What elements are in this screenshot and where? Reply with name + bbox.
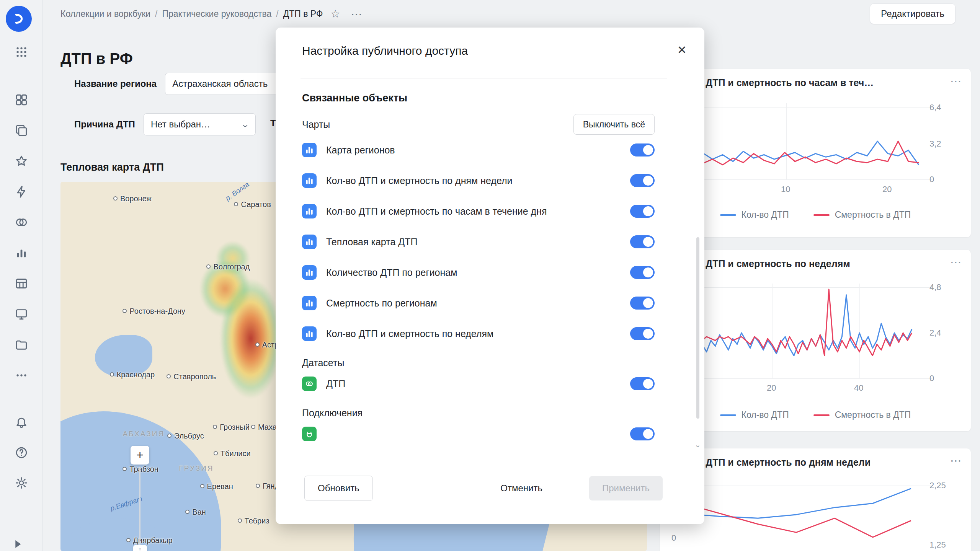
filter-region-label: Название региона <box>74 78 157 89</box>
legend-item[interactable]: Кол-во ДТП <box>720 210 789 220</box>
y-tick: 4,8 <box>929 282 941 292</box>
chart-item-row: Тепловая карта ДТП <box>302 227 655 257</box>
chart-item-toggle[interactable] <box>630 205 655 218</box>
edit-button[interactable]: Редактировать <box>870 3 956 24</box>
favorites-star-icon[interactable] <box>15 154 28 168</box>
dataset-item-row: ДТП <box>302 368 655 399</box>
chart-card-weeks: Кол-во ДТП и смертность по неделям ⋯ 4,8… <box>660 250 971 431</box>
collections-icon[interactable] <box>15 124 28 137</box>
legend-item[interactable]: Смертность в ДТП <box>813 210 911 220</box>
disable-all-button[interactable]: Выключить всё <box>573 114 655 135</box>
chart-item-toggle[interactable] <box>630 266 655 279</box>
notifications-bell-icon[interactable] <box>15 415 28 429</box>
chart-card-hours: Кол-во ДТП и смертность по часам в течен… <box>660 69 971 237</box>
connection-icon <box>302 427 317 441</box>
chart-item-row: Кол-во ДТП и смертность по дням недели <box>302 165 655 196</box>
legend-line-blue <box>720 214 736 216</box>
map-region-label: ГРУЗИЯ <box>179 464 214 473</box>
legend-item[interactable]: Кол-во ДТП <box>720 410 789 420</box>
collapse-sidebar-icon[interactable] <box>11 537 24 551</box>
dashboards-icon[interactable] <box>15 93 28 107</box>
presentations-icon[interactable] <box>15 307 28 321</box>
chart-item-row: Карта регионов <box>302 135 655 165</box>
help-icon[interactable] <box>15 446 28 460</box>
chart-item-label: Кол-во ДТП и смертность по неделям <box>326 328 493 339</box>
breadcrumb-more-icon[interactable]: ⋯ <box>351 7 363 21</box>
series-line <box>689 289 912 356</box>
map-city-label: Саратов <box>234 200 271 209</box>
chart-legend: Кол-во ДТП Смертность в ДТП <box>660 410 971 420</box>
update-button[interactable]: Обновить <box>304 476 373 501</box>
chart-icon <box>302 265 317 280</box>
chart-item-row: Смертность по регионам <box>302 288 655 318</box>
legend-label: Кол-во ДТП <box>742 410 789 420</box>
map-city-label: Воронеж <box>113 194 152 203</box>
more-services-icon[interactable] <box>15 368 28 382</box>
line-chart <box>660 250 971 431</box>
dataset-icon <box>302 377 317 391</box>
charts-group-label: Чарты <box>302 119 330 130</box>
y-tick: 2,4 <box>929 328 941 338</box>
x-tick: 20 <box>767 383 776 393</box>
cancel-button[interactable]: Отменить <box>490 476 552 500</box>
chart-item-toggle[interactable] <box>630 297 655 310</box>
x-tick: 20 <box>882 184 892 194</box>
filter-cause-value: Нет выбран… <box>151 119 210 130</box>
map-city-label: Ставрополь <box>167 372 216 381</box>
chart-item-label: Количество ДТП по регионам <box>326 267 457 278</box>
zoom-in-button[interactable]: + <box>131 446 149 465</box>
connections-group-label: Подключения <box>302 408 655 419</box>
charts-icon[interactable] <box>15 246 28 260</box>
chart-item-row: Кол-во ДТП и смертность по неделям <box>302 318 655 349</box>
datalens-logo-icon[interactable] <box>6 6 32 32</box>
map-river-label: р. Волга <box>224 182 251 203</box>
chart-item-label: Кол-во ДТП и смертность по часам в течен… <box>326 206 547 217</box>
zoom-slider-track <box>139 467 140 551</box>
legend-line-blue <box>720 414 736 416</box>
chart-icon <box>302 173 317 188</box>
dataset-item-toggle[interactable] <box>630 377 655 390</box>
legend-item[interactable]: Смертность в ДТП <box>813 410 911 420</box>
apps-grid-icon[interactable] <box>15 45 28 59</box>
series-line <box>681 141 919 165</box>
files-folder-icon[interactable] <box>15 338 28 352</box>
filter-cause-select[interactable]: Нет выбран… ⌄ <box>144 113 256 135</box>
zoom-slider-handle[interactable]: ⣿ <box>133 545 147 551</box>
close-icon[interactable]: ✕ <box>677 44 687 56</box>
connection-item-toggle[interactable] <box>630 427 655 440</box>
sidebar <box>0 0 43 551</box>
scroll-down-icon[interactable]: ⌄ <box>694 440 701 449</box>
chart-icon <box>302 143 317 157</box>
chart-item-toggle[interactable] <box>630 143 655 156</box>
favorite-star-icon[interactable]: ☆ <box>330 8 340 20</box>
chart-item-toggle[interactable] <box>630 235 655 248</box>
apply-button[interactable]: Применить <box>589 476 663 500</box>
heatmap-section-title: Тепловая карта ДТП <box>60 161 164 173</box>
map-city-label: Волгоград <box>206 262 250 271</box>
public-access-modal: Настройка публичного доступа ✕ Связанные… <box>276 28 704 524</box>
modal-scroll-area[interactable]: Связанные объекты Чарты Выключить всё Ка… <box>276 78 697 456</box>
y-tick: 0 <box>929 174 934 184</box>
tables-icon[interactable] <box>15 277 28 290</box>
breadcrumb-guides[interactable]: Практические руководства <box>162 9 271 19</box>
connection-item-row <box>302 419 655 449</box>
quick-actions-lightning-icon[interactable] <box>15 185 28 199</box>
page-title: ДТП в РФ <box>60 50 133 67</box>
chart-icon <box>302 204 317 218</box>
charts-group-header: Чарты Выключить всё <box>302 114 655 135</box>
map-region-label: АБХАЗИЯ <box>122 430 165 438</box>
breadcrumb-collections[interactable]: Коллекции и воркбуки <box>60 9 150 19</box>
chart-item-toggle[interactable] <box>630 327 655 340</box>
filter-partial-label: Т <box>270 118 276 129</box>
map-city-label: Грозный <box>213 423 250 432</box>
chart-icon <box>302 296 317 310</box>
map-city-label: Краснодар <box>110 370 155 379</box>
map-city-label: Ростов-на-Дону <box>122 307 185 316</box>
legend-label: Смертность в ДТП <box>835 210 911 220</box>
datasets-venn-icon[interactable] <box>15 215 28 229</box>
breadcrumb-current: ДТП в РФ <box>283 9 323 19</box>
modal-scrollbar-thumb[interactable] <box>696 237 699 419</box>
datasets-group-label: Датасеты <box>302 357 655 368</box>
chart-item-toggle[interactable] <box>630 174 655 187</box>
settings-gear-icon[interactable] <box>15 476 28 490</box>
